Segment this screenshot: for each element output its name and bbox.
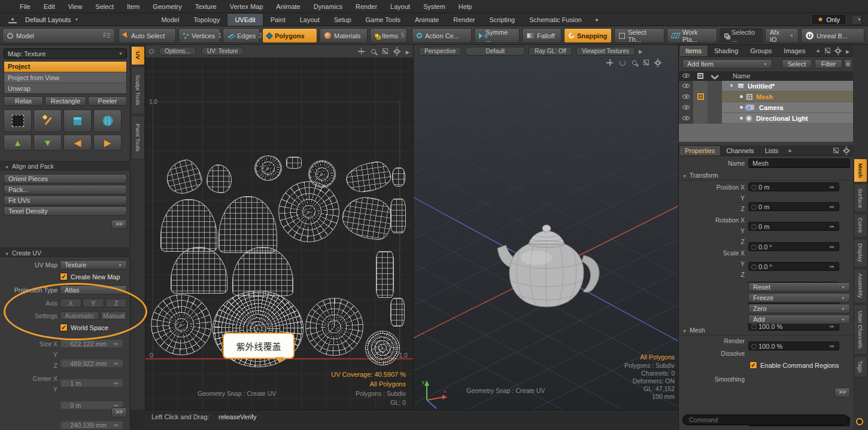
- tab-lists[interactable]: Lists: [760, 146, 784, 155]
- falloff-button[interactable]: Falloff: [522, 28, 562, 43]
- menu-system[interactable]: System: [417, 3, 452, 10]
- add-transform-button[interactable]: Add: [748, 315, 850, 324]
- uv-island[interactable]: [390, 199, 406, 233]
- panel-menu-icon[interactable]: [846, 47, 849, 54]
- active-layer-icon[interactable]: [697, 93, 704, 100]
- unreal-bridge-button[interactable]: Unreal B...: [801, 28, 864, 43]
- tab-layout[interactable]: Layout: [293, 14, 327, 26]
- form-tab-assembly[interactable]: Assembly: [854, 269, 867, 303]
- work-plane-button[interactable]: Work Pla...: [667, 28, 717, 43]
- rotation-x-field[interactable]: 0.0 °: [748, 242, 839, 251]
- transform-section[interactable]: Transform: [679, 172, 854, 181]
- tab-schematic-fusion[interactable]: Schematic Fusion: [522, 14, 588, 26]
- tab-paint[interactable]: Paint: [263, 14, 293, 26]
- zero-button[interactable]: Zero: [748, 304, 850, 313]
- form-tab-tags[interactable]: Tags: [854, 356, 867, 377]
- create-new-map-checkbox[interactable]: [60, 273, 68, 280]
- filter-button[interactable]: Filter: [815, 59, 842, 69]
- add-list-tab-button[interactable]: +: [811, 45, 824, 56]
- settings-manual-button[interactable]: Manual: [101, 311, 127, 320]
- size-y-field[interactable]: 489.922 mm: [60, 359, 123, 368]
- freeze-button[interactable]: Freeze: [748, 293, 850, 303]
- add-properties-tab-button[interactable]: +: [784, 146, 796, 155]
- menu-animate[interactable]: Animate: [269, 3, 306, 10]
- add-item-dropdown[interactable]: Add Item: [682, 59, 772, 69]
- item-name[interactable]: Directional Light: [756, 115, 808, 122]
- form-tab-mesh[interactable]: Mesh: [854, 158, 867, 182]
- pan-icon[interactable]: [358, 48, 365, 54]
- menu-view[interactable]: View: [62, 3, 89, 10]
- afx-io-button[interactable]: Afx IO: [765, 28, 799, 43]
- uv-shift-left-button[interactable]: ◀: [63, 135, 92, 151]
- tab-game-tools[interactable]: Game Tools: [359, 14, 408, 26]
- relax-button[interactable]: Relax: [4, 96, 43, 106]
- tab-topology[interactable]: Topology: [186, 14, 227, 26]
- tab-scripting[interactable]: Scripting: [482, 14, 522, 26]
- only-button[interactable]: ★ Only: [811, 14, 847, 25]
- uv-island[interactable]: [390, 298, 405, 327]
- maximize-icon[interactable]: [383, 48, 388, 54]
- axis-x-button[interactable]: X: [60, 298, 81, 307]
- uv-pick-tool-button[interactable]: [34, 109, 62, 132]
- uv-island[interactable]: [305, 298, 363, 356]
- uv-shift-up-button[interactable]: ▲: [4, 135, 32, 151]
- uv-map-selector[interactable]: Map: Texture: [4, 48, 127, 59]
- viewport-3d[interactable]: Perspective Default Ray GL: Off Viewport…: [413, 45, 678, 410]
- menu-layout[interactable]: Layout: [384, 3, 417, 10]
- uv-options-button[interactable]: Options...: [159, 47, 196, 56]
- action-center-button[interactable]: Action Ce...: [412, 28, 472, 43]
- toolbox-tab-uv[interactable]: UV: [131, 46, 145, 65]
- add-layout-tab-button[interactable]: +: [589, 14, 605, 26]
- align-pack-section[interactable]: Align and Pack: [0, 161, 130, 170]
- tab-uvedit[interactable]: UVEdit: [227, 13, 263, 26]
- eye-icon[interactable]: [682, 104, 690, 111]
- teapot-3d[interactable]: [497, 225, 599, 307]
- uv-island[interactable]: [392, 167, 405, 187]
- align-more-button[interactable]: >>: [111, 219, 127, 229]
- menu-help[interactable]: Help: [452, 3, 479, 10]
- tab-shading[interactable]: Shading: [708, 45, 744, 56]
- menu-edit[interactable]: Edit: [37, 3, 62, 10]
- layout-overflow-button[interactable]: [851, 15, 862, 25]
- menu-texture[interactable]: Texture: [189, 3, 223, 10]
- texel-density-button[interactable]: Texel Density: [4, 206, 127, 216]
- viewport-tab-textures[interactable]: Viewport Textures: [576, 47, 635, 56]
- projection-item-project[interactable]: Project: [4, 62, 126, 72]
- menu-select[interactable]: Select: [89, 3, 120, 10]
- select-button[interactable]: Select: [782, 59, 812, 69]
- panel-menu-icon[interactable]: [406, 48, 409, 55]
- create-uv-section[interactable]: Create UV: [0, 248, 130, 257]
- menu-item[interactable]: Item: [120, 3, 146, 10]
- uv-island[interactable]: [376, 251, 394, 298]
- projection-item-project-from-view[interactable]: Project from View: [4, 72, 126, 83]
- viewport-tab-default[interactable]: Default: [465, 47, 525, 56]
- orient-pieces-button[interactable]: Orient Pieces: [4, 174, 127, 184]
- uv-island[interactable]: [365, 331, 400, 365]
- menu-file[interactable]: File: [13, 3, 37, 10]
- viewport-tab-raygl[interactable]: Ray GL: Off: [529, 47, 572, 56]
- items-mode-button[interactable]: Items5: [370, 28, 407, 43]
- eye-icon[interactable]: [682, 83, 690, 90]
- maximize-icon[interactable]: [825, 48, 830, 53]
- rotation-y-field[interactable]: 0.0 °: [748, 262, 839, 271]
- uv-transform-tool-button[interactable]: [4, 109, 32, 132]
- uv-island[interactable]: [286, 157, 302, 169]
- uv-box-project-button[interactable]: [63, 109, 92, 132]
- uv-texture-tab[interactable]: UV: Texture: [201, 47, 244, 56]
- symmetry-button[interactable]: Symme ...: [474, 28, 520, 43]
- tab-animate[interactable]: Animate: [408, 14, 446, 26]
- rectangle-button[interactable]: Rectangle: [45, 96, 86, 106]
- tab-groups[interactable]: Groups: [744, 45, 778, 56]
- menu-vertex-map[interactable]: Vertex Map: [223, 3, 270, 10]
- uv-editor[interactable]: Options... UV: Texture 1.0 0 1.0: [145, 45, 413, 410]
- name-field[interactable]: Mesh: [748, 158, 850, 168]
- position-y-field[interactable]: 0 m: [748, 202, 839, 211]
- axis-z-button[interactable]: Z: [105, 298, 127, 307]
- uv-island[interactable]: [278, 181, 339, 242]
- menu-dynamics[interactable]: Dynamics: [307, 3, 349, 10]
- scale-z-field[interactable]: 100.0 %: [748, 341, 839, 350]
- uv-map-dropdown[interactable]: Texture: [60, 260, 127, 270]
- item-name[interactable]: Camera: [759, 104, 783, 111]
- size-z-field[interactable]: 1 m: [60, 379, 123, 388]
- item-row-mesh[interactable]: Mesh: [679, 92, 854, 102]
